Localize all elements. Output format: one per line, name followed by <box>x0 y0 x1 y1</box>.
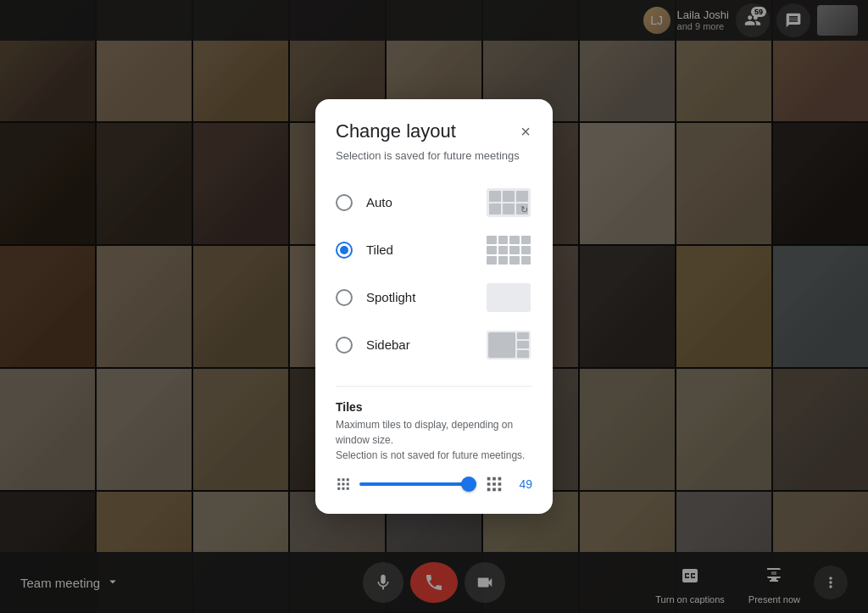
grid-small-icon <box>336 476 351 492</box>
layout-label-sidebar: Sidebar <box>366 337 471 352</box>
modal-close-button[interactable]: × <box>519 121 532 142</box>
layout-option-auto[interactable]: Auto ↻ <box>336 179 532 226</box>
layout-preview-auto: ↻ <box>485 187 532 218</box>
layout-option-sidebar[interactable]: Sidebar <box>336 321 532 369</box>
grid-large-icon <box>485 475 504 493</box>
radio-tiled-inner <box>340 246 348 254</box>
change-layout-modal: Change layout × Selection is saved for f… <box>315 99 553 514</box>
modal-title: Change layout <box>336 120 456 144</box>
tiles-section: Tiles Maximum tiles to display, dependin… <box>336 400 532 493</box>
radio-auto <box>336 194 353 211</box>
layout-label-auto: Auto <box>366 195 471 209</box>
layout-preview-tiled <box>485 235 532 265</box>
layout-option-spotlight[interactable]: Spotlight <box>336 274 532 321</box>
layout-preview-spotlight <box>485 282 532 313</box>
tiles-section-desc: Maximum tiles to display, depending on w… <box>336 417 532 463</box>
tiles-slider-value: 49 <box>512 477 532 491</box>
modal-overlay[interactable]: Change layout × Selection is saved for f… <box>0 0 868 613</box>
tiles-section-title: Tiles <box>336 400 532 414</box>
layout-label-tiled: Tiled <box>366 242 471 257</box>
layout-preview-sidebar <box>485 330 532 360</box>
modal-subtitle: Selection is saved for future meetings <box>336 149 532 162</box>
layout-option-tiled[interactable]: Tiled <box>336 226 532 274</box>
layout-options: Auto ↻ Tile <box>336 179 532 369</box>
radio-tiled <box>336 242 353 259</box>
modal-header: Change layout × <box>336 120 532 144</box>
radio-sidebar <box>336 337 353 354</box>
tiles-slider-row: 49 <box>336 475 532 493</box>
layout-label-spotlight: Spotlight <box>366 290 471 304</box>
tiles-slider[interactable] <box>359 482 476 486</box>
section-divider <box>336 386 532 387</box>
radio-spotlight <box>336 289 353 306</box>
